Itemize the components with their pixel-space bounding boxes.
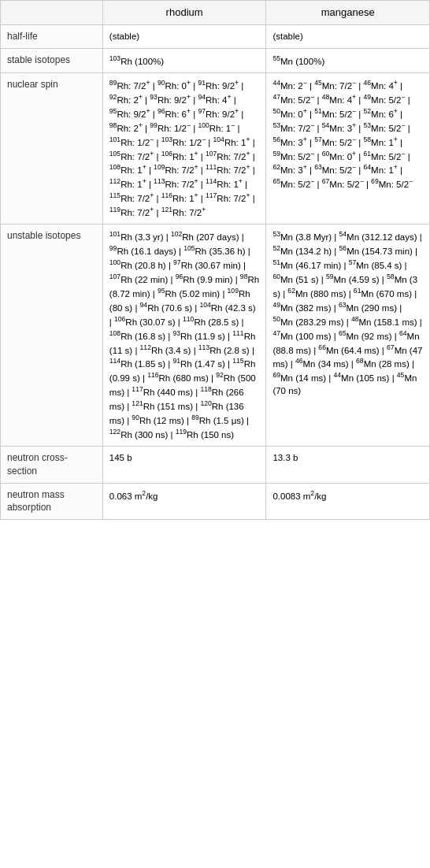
row-label-0: half-life — [1, 25, 103, 49]
manganese-data-3: 53Mn (3.8 Myr) | 54Mn (312.12 days) | 52… — [266, 224, 430, 447]
row-label-4: neutron cross-section — [1, 446, 103, 483]
manganese-data-4: 13.3 b — [266, 446, 430, 483]
row-label-3: unstable isotopes — [1, 224, 103, 447]
rhodium-data-2: 89Rh: 7/2+ | 90Rh: 0+ | 91Rh: 9/2+ | 92R… — [102, 72, 266, 224]
header-manganese: manganese — [266, 1, 430, 25]
rhodium-data-3: 101Rh (3.3 yr) | 102Rh (207 days) | 99Rh… — [102, 224, 266, 447]
rhodium-data-1: 103Rh (100%) — [102, 48, 266, 72]
manganese-data-2: 44Mn: 2− | 45Mn: 7/2− | 46Mn: 4+ | 47Mn:… — [266, 72, 430, 224]
manganese-data-0: (stable) — [266, 25, 430, 49]
manganese-data-5: 0.0083 m2/kg — [266, 483, 430, 520]
row-label-5: neutron mass absorption — [1, 483, 103, 520]
rhodium-data-4: 145 b — [102, 446, 266, 483]
manganese-data-1: 55Mn (100%) — [266, 48, 430, 72]
row-label-2: nuclear spin — [1, 72, 103, 224]
header-label-col — [1, 1, 103, 25]
row-label-1: stable isotopes — [1, 48, 103, 72]
header-rhodium: rhodium — [102, 1, 266, 25]
rhodium-data-5: 0.063 m2/kg — [102, 483, 266, 520]
rhodium-data-0: (stable) — [102, 25, 266, 49]
